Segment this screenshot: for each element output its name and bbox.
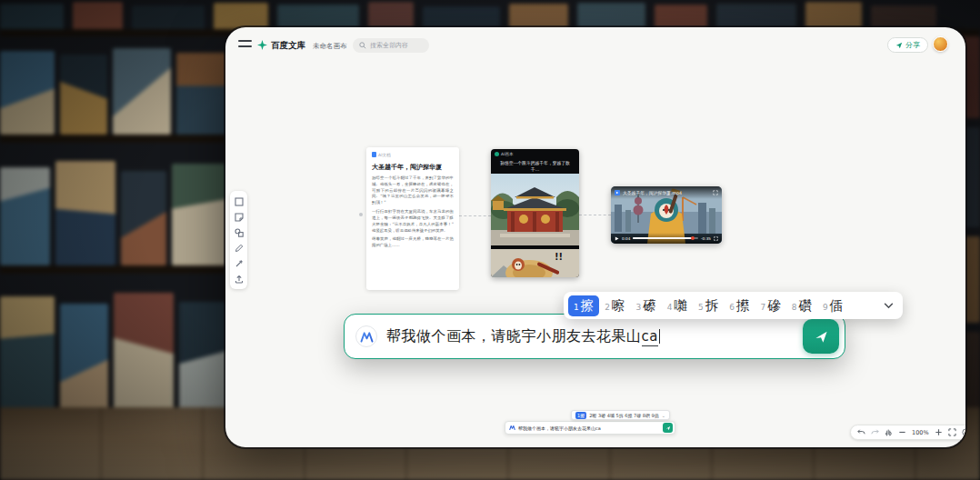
paper-plane-icon xyxy=(814,329,829,345)
text-caret xyxy=(659,329,660,344)
ime-candidate-7[interactable]: 7磣 xyxy=(755,295,785,316)
doc-paragraph: 孙悟空一个筋斗翻过了千年，来到了繁华的申城。他低头一看，金箍棒还在，虎皮裙也在，… xyxy=(372,175,454,206)
zoom-in-icon[interactable] xyxy=(935,428,943,436)
doc-icon xyxy=(372,152,376,157)
ime-candidate-4[interactable]: 4囃 xyxy=(662,295,693,316)
connector-handle-dot[interactable] xyxy=(359,213,363,216)
app-window: 百度文库 未命名画布 搜索全部内容 分享 AI文档 大圣越千年，闯沪探华厦 孙悟… xyxy=(225,27,965,447)
canvas-tool-rail xyxy=(230,191,247,289)
redo-icon[interactable] xyxy=(871,428,879,436)
zoom-out-icon[interactable] xyxy=(898,428,906,436)
share-button[interactable]: 分享 xyxy=(887,37,928,53)
search-placeholder: 搜索全部内容 xyxy=(370,41,408,50)
ime-candidate-bar: 1擦 2嚓 3礤 4囃 5拆 6攃 7磣 8礸 9偛 xyxy=(564,292,903,319)
video-progress-bar[interactable] xyxy=(633,237,698,239)
undo-icon[interactable] xyxy=(857,428,865,436)
storyboard-panel-monkey-image: !! xyxy=(491,249,579,277)
expand-icon[interactable] xyxy=(713,190,718,195)
connector-storyboard-to-video xyxy=(579,215,611,215)
menu-icon[interactable] xyxy=(238,40,252,49)
video-remaining-time: -0:35 xyxy=(701,236,711,241)
chevron-down-icon[interactable] xyxy=(884,303,894,309)
share-label: 分享 xyxy=(905,40,920,50)
ime-candidate-2[interactable]: 2嚓 xyxy=(599,295,630,316)
exclamation-marks: !! xyxy=(555,252,563,262)
storyboard-badge: AI画本 xyxy=(495,152,514,156)
prompt-input[interactable]: 帮我做个画本，请晓宇小朋友去花果山ca xyxy=(344,314,845,359)
user-avatar[interactable] xyxy=(933,36,948,52)
video-filename: 大圣越千年，闯沪探华厦.mp4 xyxy=(623,190,710,195)
ime-candidate-3[interactable]: 3礤 xyxy=(630,295,661,316)
shapes-tool-icon[interactable] xyxy=(233,226,245,238)
storyboard-badge-label: AI画本 xyxy=(501,152,514,156)
zoom-level-label[interactable]: 100% xyxy=(912,429,929,436)
fit-to-screen-icon[interactable] xyxy=(948,428,956,436)
play-icon[interactable] xyxy=(615,236,619,241)
ai-doc-card[interactable]: AI文档 大圣越千年，闯沪探华厦 孙悟空一个筋斗翻过了千年，来到了繁华的申城。他… xyxy=(366,147,459,290)
mini-ime-candidates: 2嚓 3礤 4囃 5拆 6攃 7磣 8礸 9偛 xyxy=(589,413,659,418)
share-icon xyxy=(895,42,903,49)
prompt-composition-text: ca xyxy=(642,328,658,346)
search-icon xyxy=(359,42,366,49)
doc-badge-label: AI文档 xyxy=(378,153,391,157)
storyboard-caption: 孙悟空一个跟斗跨越千年，穿越了数千… xyxy=(496,161,574,173)
doc-paragraph: 一行行霓虹字符在大厦间流淌，车水马龙的街道上，每一辆铁壳子都跑得飞快。大圣眨了眨… xyxy=(372,209,454,234)
connector-tool-icon[interactable] xyxy=(233,257,245,269)
ime-candidate-8[interactable]: 8礸 xyxy=(786,295,817,316)
hand-tool-icon[interactable] xyxy=(885,428,893,436)
mini-paper-plane-icon xyxy=(665,425,671,431)
ime-candidate-6[interactable]: 6攃 xyxy=(724,295,755,316)
search-box[interactable]: 搜索全部内容 xyxy=(353,38,429,53)
app-name: 百度文库 xyxy=(271,40,305,52)
prompt-text[interactable]: 帮我做个画本，请晓宇小朋友去花果山ca xyxy=(386,327,794,346)
select-tool-icon[interactable] xyxy=(233,195,245,207)
mini-ime-candidate-bar[interactable]: 1擦 2嚓 3礤 4囃 5拆 6攃 7磣 8礸 9偛 ⌄ xyxy=(571,410,670,420)
canvas-zoom-controls: 100% ? xyxy=(850,425,965,440)
mini-chevron-down-icon: ⌄ xyxy=(662,413,665,418)
video-current-time: 0:04 xyxy=(622,236,630,241)
mini-prompt-text: 帮我做个画本，请晓宇小朋友去花果山ca xyxy=(518,425,660,431)
storyboard-panel-temple-image xyxy=(491,174,579,245)
ai-video-card[interactable]: 大圣越千年，闯沪探华厦.mp4 0:04 -0:35 xyxy=(611,186,722,244)
doc-card-title: 大圣越千年，闯沪探华厦 xyxy=(372,163,454,172)
canvas-title[interactable]: 未命名画布 xyxy=(313,42,347,51)
ai-storyboard-card[interactable]: AI画本 孙悟空一个跟斗跨越千年，穿越了数千… xyxy=(491,149,579,277)
mini-ime-selected: 1擦 xyxy=(575,412,586,419)
video-controls: 0:04 -0:35 xyxy=(611,233,722,244)
video-title-bar: 大圣越千年，闯沪探华厦.mp4 xyxy=(611,186,722,199)
send-button[interactable] xyxy=(803,319,839,354)
mini-prompt-input[interactable]: 帮我做个画本，请晓宇小朋友去花果山ca xyxy=(505,421,675,435)
ime-candidate-9[interactable]: 9偛 xyxy=(817,295,848,316)
storyboard-icon xyxy=(495,152,499,156)
ai-assistant-logo-icon xyxy=(355,325,377,347)
video-progress-knob[interactable] xyxy=(691,236,695,240)
doc-card-badge: AI文档 xyxy=(372,152,454,157)
sticky-note-tool-icon[interactable] xyxy=(233,211,245,223)
fullscreen-icon[interactable] xyxy=(714,236,718,241)
doc-paragraph: 循着笑声，他翻过一座天桥，稳稳落在一片热闹的广场上…… xyxy=(372,236,454,249)
ime-candidate-1[interactable]: 1擦 xyxy=(568,295,599,316)
mini-send-button[interactable] xyxy=(663,423,673,433)
video-file-icon xyxy=(615,190,620,195)
prompt-committed-text: 帮我做个画本，请晓宇小朋友去花果山 xyxy=(386,327,642,345)
connector-doc-to-storyboard xyxy=(459,215,491,216)
ime-candidate-5[interactable]: 5拆 xyxy=(693,295,724,316)
app-logo-icon xyxy=(257,40,267,50)
pen-tool-icon[interactable] xyxy=(233,242,245,254)
mini-ai-logo-icon xyxy=(509,425,515,431)
upload-tool-icon[interactable] xyxy=(233,273,245,285)
